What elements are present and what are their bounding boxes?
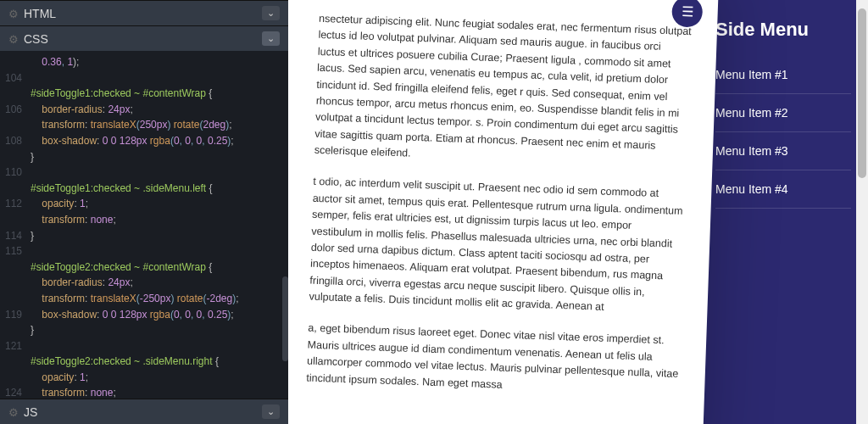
editor-panel: ⚙HTML ⌄ ⚙CSS ⌄ 0.36, 1);104 #sideToggle1… (0, 0, 288, 424)
code-line[interactable]: 110 (0, 165, 288, 181)
code-line[interactable]: 104 (0, 70, 288, 86)
code-line[interactable]: #sideToggle1:checked ~ .sideMenu.left { (0, 181, 288, 197)
code-line[interactable]: transform: translateX(250px) rotate(2deg… (0, 117, 288, 133)
preview-scrollbar[interactable] (856, 0, 868, 424)
code-line[interactable]: 119 box-shadow: 0 0 128px rgba(0, 0, 0, … (0, 307, 288, 323)
chevron-down-icon[interactable]: ⌄ (262, 31, 280, 46)
code-line[interactable]: border-radius: 24px; (0, 275, 288, 291)
code-line[interactable]: 0.36, 1); (0, 54, 288, 70)
preview-scroll-thumb[interactable] (858, 8, 866, 178)
chevron-down-icon[interactable]: ⌄ (262, 6, 280, 20)
code-line[interactable]: 112 opacity: 1; (0, 196, 288, 212)
code-line[interactable]: transform: translateX(-250px) rotate(-2d… (0, 291, 288, 307)
code-line[interactable]: #sideToggle1:checked ~ #contentWrap { (0, 86, 288, 102)
gear-icon[interactable]: ⚙ (8, 8, 19, 20)
code-line[interactable]: #sideToggle2:checked ~ .sideMenu.right { (0, 354, 288, 370)
content-paragraph: nsectetur adipiscing elit. Nunc feugiat … (314, 11, 692, 172)
html-panel-header[interactable]: ⚙HTML ⌄ (0, 0, 288, 25)
hamburger-icon: ☰ (681, 5, 693, 19)
code-line[interactable]: 106 border-radius: 24px; (0, 102, 288, 118)
code-line[interactable]: 124 transform: none; (0, 385, 288, 399)
gear-icon[interactable]: ⚙ (8, 33, 19, 46)
chevron-down-icon[interactable]: ⌄ (262, 404, 280, 419)
menu-item[interactable]: Menu Item #4 (715, 170, 851, 209)
code-line[interactable]: 108 box-shadow: 0 0 128px rgba(0, 0, 0, … (0, 133, 288, 149)
editor-scrollbar[interactable] (281, 56, 288, 370)
code-line[interactable]: opacity: 1; (0, 370, 288, 386)
css-panel-header[interactable]: ⚙CSS ⌄ (0, 25, 288, 51)
content-paragraph: t odio, ac interdum velit suscipit ut. P… (309, 174, 686, 318)
js-label: JS (24, 405, 37, 419)
content-paragraph: a, eget bibendum risus laoreet eget. Don… (306, 321, 681, 399)
css-label: CSS (24, 32, 48, 46)
editor-scroll-thumb[interactable] (282, 276, 288, 361)
side-menu: Side Menu Menu Item #1Menu Item #2Menu I… (698, 0, 868, 424)
side-menu-title: Side Menu (715, 19, 851, 41)
preview-pane: Side Menu Menu Item #1Menu Item #2Menu I… (288, 0, 868, 424)
css-code-editor[interactable]: 0.36, 1);104 #sideToggle1:checked ~ #con… (0, 51, 288, 399)
menu-item[interactable]: Menu Item #2 (715, 94, 851, 132)
code-line[interactable]: #sideToggle2:checked ~ #contentWrap { (0, 259, 288, 276)
menu-item[interactable]: Menu Item #1 (715, 56, 851, 94)
code-line[interactable]: transform: none; (0, 212, 288, 228)
code-line[interactable]: 121 (0, 338, 288, 354)
html-label: HTML (24, 7, 56, 20)
code-line[interactable]: 115 (0, 243, 288, 259)
js-panel-header[interactable]: ⚙JS ⌄ (0, 399, 288, 424)
code-line[interactable]: } (0, 322, 288, 338)
content-wrap: ☰ nsectetur adipiscing elit. Nunc feugia… (288, 0, 719, 424)
gear-icon[interactable]: ⚙ (8, 406, 19, 419)
code-line[interactable]: 114} (0, 228, 288, 244)
menu-item[interactable]: Menu Item #3 (715, 132, 851, 170)
code-line[interactable]: } (0, 149, 288, 165)
